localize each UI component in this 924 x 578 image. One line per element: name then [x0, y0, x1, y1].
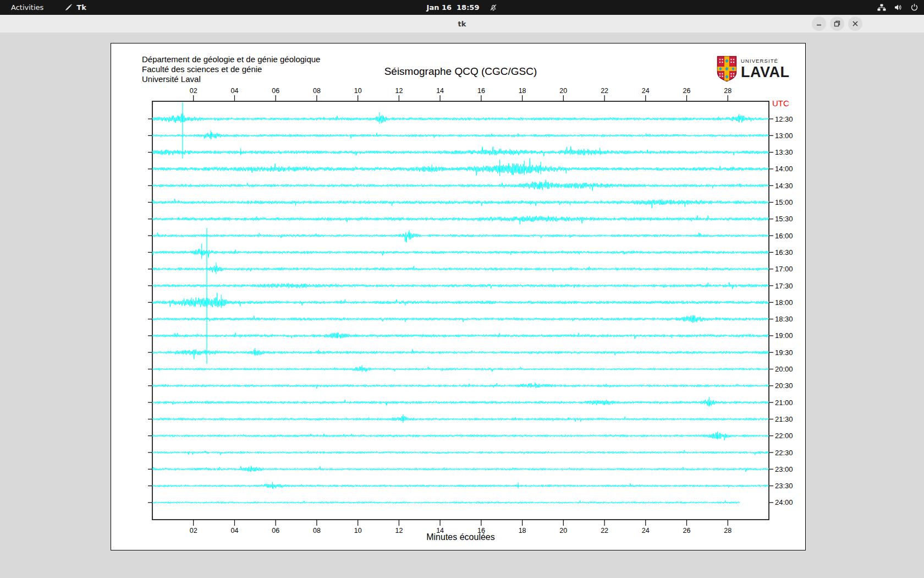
trace-time-label: 20:00 [775, 365, 793, 373]
window-titlebar: tk [0, 15, 924, 33]
seismo-trace [152, 216, 769, 225]
seismo-trace [152, 180, 769, 191]
seismo-trace [152, 383, 769, 389]
x-tick-label-top: 10 [354, 87, 362, 95]
seismo-trace [152, 132, 769, 139]
x-tick-label-top: 08 [313, 87, 321, 95]
clock[interactable]: Jan 16 18:59 [427, 3, 480, 12]
seismo-trace [152, 266, 769, 272]
maximize-icon [834, 20, 840, 27]
trace-time-label: 22:00 [775, 432, 793, 440]
trace-time-label: 21:00 [775, 399, 793, 407]
seismo-trace [152, 315, 769, 323]
x-tick-label-top: 06 [272, 87, 279, 95]
x-tick-label-bottom: 10 [354, 527, 362, 535]
seismo-trace [152, 282, 769, 289]
trace-time-label: 22:30 [775, 449, 793, 457]
seismograph-canvas: Département de géologie et de génie géol… [111, 43, 806, 550]
x-tick-label-top: 24 [642, 87, 650, 95]
power-icon[interactable] [910, 3, 919, 12]
trace-time-label: 14:30 [775, 182, 793, 190]
trace-time-label: 20:30 [775, 381, 793, 390]
minimize-button[interactable] [812, 17, 826, 31]
seismo-trace [152, 500, 740, 504]
x-tick-label-bottom: 02 [190, 527, 197, 535]
seismo-trace [152, 416, 769, 422]
close-icon [852, 20, 859, 27]
x-tick-label-bottom: 12 [395, 527, 403, 535]
window-title: tk [458, 20, 466, 28]
trace-time-label: 17:30 [775, 282, 793, 290]
x-tick-label-top: 26 [683, 87, 691, 95]
x-tick-label-bottom: 14 [436, 527, 444, 535]
x-tick-label-bottom: 08 [313, 527, 321, 535]
x-tick-label-top: 12 [395, 87, 403, 95]
x-tick-label-bottom: 28 [724, 527, 732, 535]
trace-time-label: 19:30 [775, 348, 793, 357]
trace-time-label: 18:30 [775, 315, 793, 323]
trace-time-label: 15:00 [775, 198, 793, 206]
helicorder-plot: 0202040406060808101012121414161618182020… [111, 43, 806, 551]
minimize-icon [816, 20, 822, 27]
trace-time-label: 19:00 [775, 331, 793, 340]
trace-time-label: 14:00 [775, 165, 793, 173]
seismo-trace [152, 249, 769, 258]
trace-time-label: 12:30 [775, 115, 793, 123]
x-tick-label-top: 02 [190, 87, 197, 95]
tk-feather-icon [64, 3, 73, 12]
network-wired-icon[interactable] [877, 3, 886, 12]
x-tick-label-top: 20 [559, 87, 567, 95]
gnome-top-bar: Activities Tk Jan 16 18:59 [0, 0, 924, 15]
x-tick-label-bottom: 26 [683, 527, 691, 535]
x-tick-label-top: 22 [601, 87, 608, 95]
seismo-trace [152, 450, 769, 455]
maximize-button[interactable] [830, 17, 844, 31]
activities-button[interactable]: Activities [8, 2, 47, 13]
volume-on-icon[interactable] [894, 3, 903, 12]
seismo-trace [152, 483, 769, 488]
app-background: Département de géologie et de génie géol… [0, 32, 924, 578]
x-tick-label-bottom: 22 [601, 527, 608, 535]
seismo-trace [152, 199, 769, 208]
seismo-trace [152, 400, 769, 406]
x-tick-label-top: 16 [477, 87, 485, 95]
trace-time-label: 13:00 [775, 132, 793, 140]
screen: { "topbar": { "activities_label": "Activ… [0, 0, 924, 578]
trace-time-label: 24:00 [775, 498, 793, 506]
trace-time-label: 16:00 [775, 232, 793, 240]
x-tick-label-top: 14 [436, 87, 444, 95]
trace-time-label: 16:30 [775, 248, 793, 257]
trace-time-label: 18:00 [775, 298, 793, 307]
trace-time-label: 13:30 [775, 148, 793, 156]
seismo-trace [152, 333, 769, 339]
seismo-trace [152, 113, 769, 123]
close-button[interactable] [848, 17, 862, 31]
seismo-trace [152, 350, 769, 359]
seismo-trace [152, 433, 769, 440]
seismo-trace [152, 367, 769, 372]
x-tick-label-bottom: 20 [559, 527, 567, 535]
plot-frame [152, 101, 769, 520]
x-tick-label-bottom: 18 [519, 527, 526, 535]
trace-time-label: 23:30 [775, 482, 793, 490]
seismo-trace [152, 232, 769, 243]
x-tick-label-top: 28 [724, 87, 732, 95]
notifications-off-icon[interactable] [489, 3, 497, 12]
activities-label: Activities [11, 3, 43, 12]
x-tick-label-top: 18 [519, 87, 526, 95]
x-tick-label-bottom: 16 [477, 527, 485, 535]
seismo-trace [152, 466, 769, 472]
seismo-trace [152, 159, 769, 176]
x-tick-label-top: 04 [231, 87, 239, 95]
trace-time-label: 17:00 [775, 265, 793, 273]
x-tick-label-bottom: 04 [231, 527, 239, 535]
seismo-trace [152, 146, 769, 156]
app-menu[interactable]: Tk [61, 2, 90, 13]
app-name: Tk [76, 3, 86, 12]
trace-time-label: 23:00 [775, 465, 793, 473]
x-tick-label-bottom: 06 [272, 527, 279, 535]
trace-time-label: 21:30 [775, 415, 793, 423]
x-tick-label-bottom: 24 [642, 527, 650, 535]
trace-time-label: 15:30 [775, 215, 793, 223]
seismo-trace [152, 293, 769, 307]
